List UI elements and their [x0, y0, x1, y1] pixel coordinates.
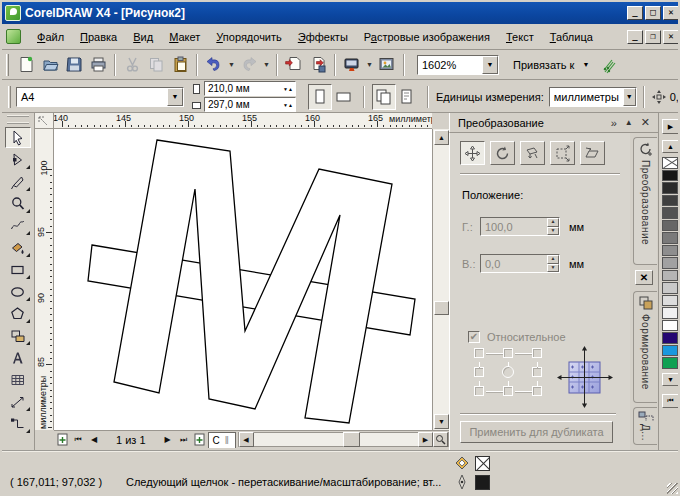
- vscroll-thumb[interactable]: [434, 301, 449, 315]
- pos-x-spin-down[interactable]: ▼: [547, 227, 559, 236]
- dimension-tool[interactable]: [5, 391, 31, 412]
- tab-transformation[interactable]: Преобразование: [633, 137, 657, 265]
- pos-y-field[interactable]: 0,0 ▲▼: [480, 254, 560, 273]
- vertical-ruler[interactable]: 100959085миллиметры: [35, 129, 54, 430]
- landscape-button[interactable]: [332, 84, 356, 110]
- relative-checkbox[interactable]: ✔: [468, 331, 480, 343]
- redo-dropdown[interactable]: ▼: [261, 53, 272, 77]
- color-swatch[interactable]: [662, 307, 678, 319]
- tab-object-manager[interactable]: Д...: [633, 407, 657, 445]
- drawing-canvas[interactable]: [54, 129, 432, 430]
- swatch-none[interactable]: [662, 157, 678, 169]
- toolbar-grip[interactable]: [6, 54, 9, 76]
- doc-minimize-button[interactable]: _: [627, 30, 643, 44]
- add-page-start-button[interactable]: [54, 432, 70, 447]
- anchor-point-checkbox[interactable]: [474, 386, 484, 396]
- paper-height-field[interactable]: 297,0 мм ▼▲: [204, 97, 296, 112]
- menu-3[interactable]: Вид: [125, 28, 161, 46]
- outline-color-chip[interactable]: [475, 475, 490, 490]
- position-transform-button[interactable]: [460, 141, 485, 165]
- app-launcher-dropdown[interactable]: ▼: [364, 53, 375, 77]
- snap-options-icon[interactable]: [597, 53, 621, 77]
- scroll-left-button[interactable]: ◀: [239, 432, 254, 447]
- toolbox-grip[interactable]: [7, 115, 29, 124]
- doc-restore-button[interactable]: ❐: [645, 30, 661, 44]
- vertical-scrollbar[interactable]: ▲ ▼: [432, 129, 449, 430]
- scroll-down-button[interactable]: ▼: [434, 414, 449, 429]
- app-launcher-button[interactable]: [340, 53, 364, 77]
- undo-button[interactable]: [202, 53, 226, 77]
- color-swatch[interactable]: [662, 345, 678, 357]
- palette-flyout-button[interactable]: ▶: [662, 119, 679, 134]
- menu-9[interactable]: Таблица: [542, 28, 601, 46]
- color-swatch[interactable]: [662, 232, 678, 244]
- menu-8[interactable]: Текст: [498, 28, 542, 46]
- docker-close-x-button[interactable]: ✕: [635, 270, 653, 285]
- doc-close-button[interactable]: ✕: [663, 30, 679, 44]
- anchor-point-grid[interactable]: [472, 348, 550, 404]
- anchor-point-checkbox[interactable]: [474, 367, 484, 377]
- color-swatch[interactable]: [662, 332, 678, 344]
- window-resize-grip[interactable]: [667, 483, 680, 496]
- import-button[interactable]: [282, 53, 306, 77]
- fill-color-chip[interactable]: [475, 456, 490, 471]
- paper-preset-dropdown[interactable]: ▼: [167, 88, 183, 106]
- menu-1[interactable]: Файл: [29, 28, 72, 46]
- shape-tool[interactable]: [5, 149, 31, 170]
- text-tool[interactable]: [5, 347, 31, 368]
- paper-width-spinner[interactable]: ▼▲: [283, 86, 295, 92]
- connector-tool[interactable]: [5, 413, 31, 434]
- print-button[interactable]: [86, 53, 110, 77]
- maximize-button[interactable]: □: [645, 6, 661, 20]
- portrait-button[interactable]: [308, 84, 332, 110]
- propbar-grip[interactable]: [8, 86, 11, 108]
- close-button[interactable]: ✕: [663, 6, 679, 20]
- new-button[interactable]: [14, 53, 38, 77]
- pos-x-spin-up[interactable]: ▲: [547, 218, 559, 227]
- minimize-button[interactable]: _: [627, 6, 643, 20]
- color-swatch[interactable]: [662, 357, 678, 369]
- units-dropdown[interactable]: ▼: [623, 88, 636, 106]
- snap-to-dropdown[interactable]: Привязать к ▼: [513, 59, 589, 71]
- page-tab[interactable]: С‖: [208, 432, 236, 448]
- ellipse-tool[interactable]: [5, 281, 31, 302]
- export-button[interactable]: [306, 53, 330, 77]
- color-swatch[interactable]: [662, 282, 678, 294]
- save-button[interactable]: [62, 53, 86, 77]
- scroll-right-button[interactable]: ▶: [418, 432, 433, 447]
- menu-6[interactable]: Эффекты: [290, 28, 356, 46]
- pos-x-field[interactable]: 100,0 ▲▼: [480, 217, 560, 236]
- cut-button[interactable]: [120, 53, 144, 77]
- menu-7[interactable]: Растровые изображения: [356, 28, 498, 46]
- add-page-end-button[interactable]: [192, 432, 208, 447]
- color-swatch[interactable]: [662, 295, 678, 307]
- palette-expand-button[interactable]: ⏮: [662, 394, 679, 408]
- document-icon[interactable]: [6, 29, 21, 44]
- menu-5[interactable]: Упорядочить: [208, 28, 289, 46]
- palette-scroll-up-button[interactable]: ▲: [662, 140, 679, 153]
- all-pages-button[interactable]: [372, 84, 396, 110]
- open-button[interactable]: [38, 53, 62, 77]
- undo-dropdown[interactable]: ▼: [226, 53, 237, 77]
- freehand-tool[interactable]: [5, 215, 31, 236]
- anchor-point-checkbox[interactable]: [503, 386, 513, 396]
- tab-shaping[interactable]: Формирование: [633, 291, 657, 403]
- paste-button[interactable]: [168, 53, 192, 77]
- pos-y-spin-up[interactable]: ▲: [547, 255, 559, 264]
- last-page-button[interactable]: ⏭: [176, 432, 192, 447]
- anchor-point-checkbox[interactable]: [503, 348, 513, 358]
- color-swatch[interactable]: [662, 182, 678, 194]
- anchor-point-checkbox[interactable]: [532, 367, 542, 377]
- paper-width-field[interactable]: 210,0 мм ▼▲: [204, 81, 296, 96]
- anchor-point-checkbox[interactable]: [532, 386, 542, 396]
- scale-mirror-transform-button[interactable]: [520, 141, 545, 165]
- palette-scroll-down-button[interactable]: ▼: [662, 373, 679, 386]
- rectangle-tool[interactable]: [5, 259, 31, 280]
- copy-button[interactable]: [144, 53, 168, 77]
- color-swatch[interactable]: [662, 245, 678, 257]
- zoom-tool[interactable]: [5, 193, 31, 214]
- rotate-transform-button[interactable]: [490, 141, 515, 165]
- horizontal-ruler[interactable]: 140145150155160165миллиметры: [54, 113, 432, 129]
- docker-collapse-icon[interactable]: »: [611, 117, 617, 129]
- units-combo[interactable]: миллиметры ▼: [549, 87, 637, 107]
